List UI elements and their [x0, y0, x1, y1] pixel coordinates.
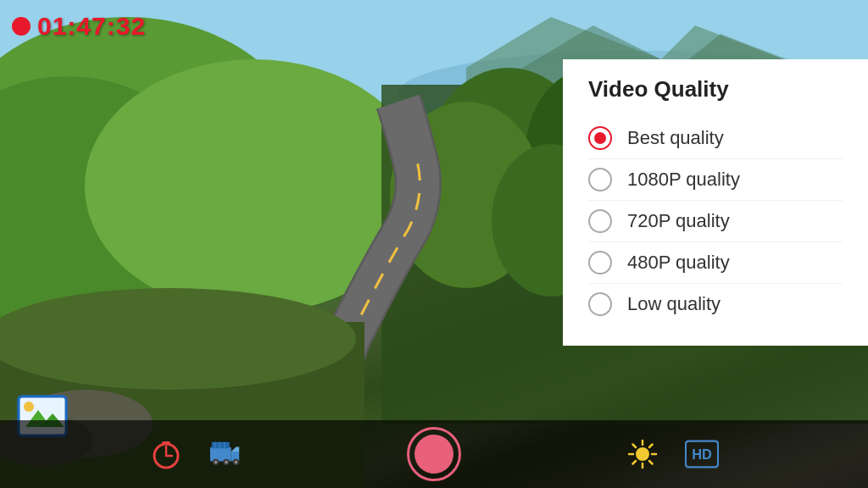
quality-panel: Video Quality Best quality 1080P quality…: [563, 59, 868, 346]
svg-rect-35: [212, 442, 230, 449]
radio-720p: [588, 209, 612, 233]
radio-best: [588, 126, 612, 150]
toolbar-right: HD: [476, 437, 868, 471]
radio-1080p: [588, 168, 612, 191]
recording-time: 01:47:32: [37, 12, 146, 41]
svg-line-47: [633, 461, 637, 464]
timer-icon[interactable]: [149, 437, 183, 471]
hd-icon[interactable]: HD: [685, 437, 719, 471]
quality-label-best: Best quality: [627, 127, 724, 149]
quality-label-1080p: 1080P quality: [627, 169, 740, 191]
quality-panel-title: Video Quality: [588, 76, 843, 103]
svg-point-39: [636, 447, 649, 461]
quality-option-best[interactable]: Best quality: [588, 118, 843, 159]
quality-label-480p: 480P quality: [627, 252, 730, 274]
svg-line-45: [649, 461, 653, 464]
svg-point-30: [214, 461, 218, 464]
truck-icon[interactable]: [209, 437, 242, 471]
svg-point-34: [234, 461, 237, 464]
record-button-inner: [415, 435, 453, 474]
svg-point-32: [225, 461, 228, 464]
svg-rect-28: [210, 446, 231, 461]
recording-dot: [12, 17, 31, 36]
svg-line-46: [649, 445, 653, 448]
record-button-container: [392, 427, 476, 481]
quality-label-low: Low quality: [627, 293, 721, 315]
bottom-toolbar: HD: [0, 420, 868, 488]
svg-point-15: [0, 288, 356, 390]
radio-best-inner: [594, 132, 606, 144]
brightness-icon[interactable]: [626, 437, 659, 471]
quality-option-low[interactable]: Low quality: [588, 284, 843, 324]
svg-point-22: [24, 402, 34, 412]
recording-indicator: 01:47:32: [12, 12, 146, 41]
toolbar-left: [0, 437, 392, 471]
svg-line-44: [633, 445, 637, 448]
svg-rect-27: [162, 441, 170, 445]
quality-option-720p[interactable]: 720P quality: [588, 201, 843, 242]
radio-480p: [588, 251, 612, 274]
quality-option-480p[interactable]: 480P quality: [588, 242, 843, 284]
record-button[interactable]: [407, 427, 461, 481]
radio-low: [588, 292, 612, 316]
svg-text:HD: HD: [692, 446, 712, 462]
quality-option-1080p[interactable]: 1080P quality: [588, 159, 843, 201]
quality-label-720p: 720P quality: [627, 210, 730, 232]
